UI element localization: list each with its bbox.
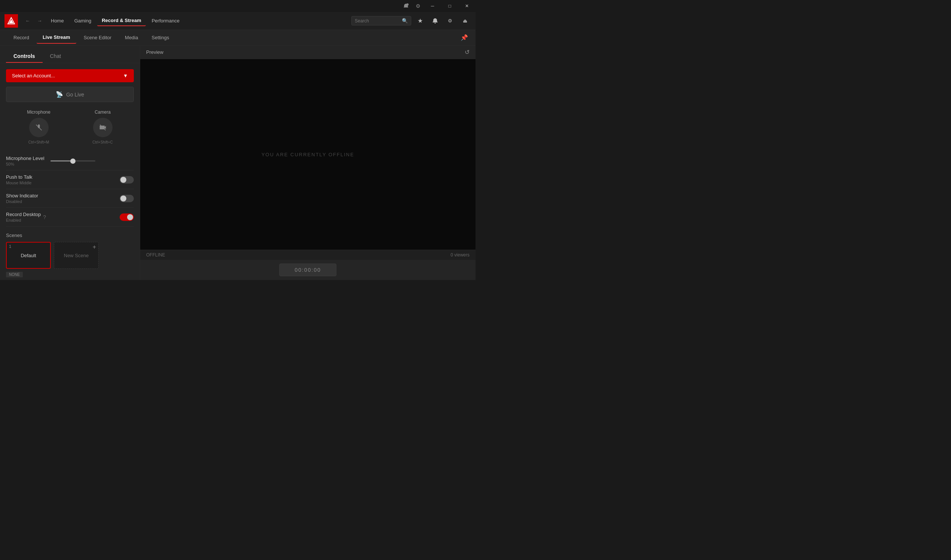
add-scene-icon: + <box>93 244 96 251</box>
subnav: Record Live Stream Scene Editor Media Se… <box>0 30 476 46</box>
nav-home[interactable]: Home <box>46 16 68 26</box>
favorites-icon[interactable]: ★ <box>414 15 426 27</box>
scene-number: 1 <box>9 244 11 249</box>
forward-button[interactable]: → <box>34 16 45 26</box>
camera-item: Camera Ctrl+Shift+C <box>92 109 112 144</box>
scene-none-badge: NONE <box>6 272 23 277</box>
scenes-section: Scenes 1 Default + New Scene NONE <box>6 232 134 277</box>
search-input[interactable] <box>355 18 400 23</box>
preview-header: Preview ↺ <box>140 46 476 59</box>
scenes-label: Scenes <box>6 232 134 238</box>
titlebar-controls: ⚙ ─ □ ✕ <box>400 0 476 12</box>
scene-item-default[interactable]: 1 Default <box>6 242 51 269</box>
app-logo <box>5 14 18 28</box>
scene-name-new: New Scene <box>64 253 89 258</box>
back-button[interactable]: ← <box>22 16 33 26</box>
subnav-record[interactable]: Record <box>8 32 35 43</box>
minimize-button[interactable]: ─ <box>424 0 441 12</box>
preview-footer: OFFLINE 0 viewers <box>140 250 476 260</box>
pin-icon[interactable]: 📌 <box>460 34 468 41</box>
show-indicator-label: Show Indicator <box>6 193 38 198</box>
preview-area: YOU ARE CURRENTLY OFFLINE <box>140 59 476 250</box>
camera-label: Camera <box>95 109 111 115</box>
signout-icon[interactable]: ⏏ <box>459 15 471 27</box>
panel-content: Select an Account... ▼ 📡 Go Live Microph… <box>0 63 140 280</box>
push-to-talk-label: Push to Talk <box>6 174 32 180</box>
show-indicator-row: Show Indicator Disabled <box>6 189 134 208</box>
refresh-icon[interactable]: ↺ <box>465 49 469 56</box>
nav-record-stream[interactable]: Record & Stream <box>97 15 145 26</box>
search-box[interactable]: 🔍 <box>351 16 411 25</box>
microphone-label: Microphone <box>27 109 51 115</box>
mic-level-slider[interactable] <box>51 160 95 162</box>
camera-shortcut: Ctrl+Shift+C <box>92 140 112 144</box>
show-indicator-info: Show Indicator Disabled <box>6 193 38 204</box>
mic-level-slider-container <box>51 160 134 162</box>
titlebar: ⚙ ─ □ ✕ <box>0 0 476 12</box>
scene-name-default: Default <box>20 253 36 258</box>
show-indicator-sublabel: Disabled <box>6 199 38 204</box>
microphone-button[interactable] <box>29 118 49 137</box>
push-to-talk-info: Push to Talk Mouse Middle <box>6 174 32 185</box>
subnav-settings[interactable]: Settings <box>145 32 175 43</box>
timer-bar: 00:00:00 <box>140 260 476 280</box>
chevron-down-icon: ▼ <box>123 73 128 78</box>
tab-chat[interactable]: Chat <box>43 50 69 63</box>
mic-level-label: Microphone Level <box>6 155 45 161</box>
offline-text: YOU ARE CURRENTLY OFFLINE <box>261 152 354 157</box>
camera-button[interactable] <box>93 118 112 137</box>
record-desktop-label: Record Desktop <box>6 212 41 217</box>
left-panel: Controls Chat Select an Account... ▼ 📡 G… <box>0 46 140 280</box>
microphone-item: Microphone Ctrl+Shift+M <box>27 109 51 144</box>
subnav-scene-editor[interactable]: Scene Editor <box>78 32 117 43</box>
subnav-live-stream[interactable]: Live Stream <box>37 31 76 44</box>
mic-level-row: Microphone Level 50% <box>6 152 134 171</box>
nav-performance[interactable]: Performance <box>147 16 184 26</box>
broadcast-icon: 📡 <box>56 91 63 98</box>
right-panel: Preview ↺ YOU ARE CURRENTLY OFFLINE OFFL… <box>140 46 476 280</box>
media-section: Microphone Ctrl+Shift+M Camera <box>6 109 134 144</box>
microphone-shortcut: Ctrl+Shift+M <box>28 140 49 144</box>
timer-display: 00:00:00 <box>279 263 337 276</box>
close-button[interactable]: ✕ <box>458 0 476 12</box>
push-to-talk-toggle[interactable] <box>120 176 134 183</box>
settings-icon[interactable]: ⚙ <box>444 15 456 27</box>
maximize-button[interactable]: □ <box>441 0 458 12</box>
main-layout: Controls Chat Select an Account... ▼ 📡 G… <box>0 46 476 280</box>
scene-item-new[interactable]: + New Scene <box>54 242 99 269</box>
titlebar-notification-icon[interactable] <box>400 0 412 12</box>
preview-label: Preview <box>146 49 163 55</box>
nav-gaming[interactable]: Gaming <box>70 16 96 26</box>
record-desktop-row: Record Desktop Enabled ? <box>6 208 134 226</box>
push-to-talk-sublabel: Mouse Middle <box>6 180 32 185</box>
tab-controls[interactable]: Controls <box>6 50 43 63</box>
show-indicator-toggle[interactable] <box>120 195 134 202</box>
record-desktop-sublabel: Enabled <box>6 218 41 222</box>
search-icon: 🔍 <box>402 18 408 23</box>
subnav-media[interactable]: Media <box>119 32 144 43</box>
push-to-talk-row: Push to Talk Mouse Middle <box>6 171 134 189</box>
titlebar-settings-icon[interactable]: ⚙ <box>412 0 424 12</box>
mic-level-info: Microphone Level 50% <box>6 155 45 166</box>
go-live-button[interactable]: 📡 Go Live <box>6 87 134 102</box>
go-live-label: Go Live <box>66 92 84 98</box>
panel-tabs: Controls Chat <box>0 46 140 63</box>
select-account-button[interactable]: Select an Account... ▼ <box>6 69 134 82</box>
titlebar-left <box>0 0 3 12</box>
offline-badge: OFFLINE <box>146 252 165 258</box>
nav-search-area: 🔍 ★ ⚙ ⏏ <box>351 15 471 27</box>
viewers-count: 0 viewers <box>451 252 469 258</box>
record-desktop-help-icon[interactable]: ? <box>43 214 46 220</box>
record-desktop-info: Record Desktop Enabled ? <box>6 212 46 222</box>
mic-level-value: 50% <box>6 162 45 166</box>
navbar: ← → Home Gaming Record & Stream Performa… <box>0 12 476 30</box>
record-desktop-text: Record Desktop Enabled <box>6 212 41 222</box>
notifications-icon[interactable] <box>429 15 441 27</box>
record-desktop-toggle[interactable] <box>120 214 134 221</box>
select-account-label: Select an Account... <box>12 73 55 78</box>
scenes-grid: 1 Default + New Scene <box>6 242 134 269</box>
